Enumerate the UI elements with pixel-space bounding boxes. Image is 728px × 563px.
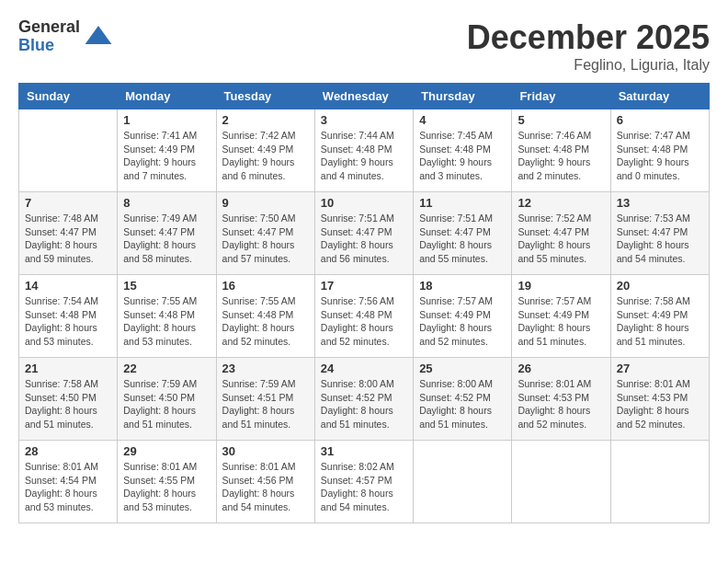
- day-info: Sunrise: 7:47 AMSunset: 4:48 PMDaylight:…: [617, 129, 703, 183]
- day-number: 29: [123, 444, 210, 458]
- day-info: Sunrise: 8:01 AMSunset: 4:55 PMDaylight:…: [123, 460, 210, 514]
- calendar-week-row: 28Sunrise: 8:01 AMSunset: 4:54 PMDayligh…: [19, 441, 710, 523]
- day-number: 22: [123, 362, 210, 375]
- day-number: 3: [321, 113, 407, 127]
- weekday-header-sunday: Sunday: [19, 84, 118, 109]
- calendar-day-cell: [414, 441, 512, 523]
- day-info: Sunrise: 7:58 AMSunset: 4:49 PMDaylight:…: [617, 294, 703, 349]
- day-info: Sunrise: 7:59 AMSunset: 4:50 PMDaylight:…: [123, 377, 210, 431]
- day-number: 5: [518, 113, 604, 127]
- calendar-day-cell: 23Sunrise: 7:59 AMSunset: 4:51 PMDayligh…: [216, 358, 314, 441]
- day-number: 23: [222, 362, 309, 375]
- day-info: Sunrise: 8:02 AMSunset: 4:57 PMDaylight:…: [321, 460, 407, 514]
- month-title: December 2025: [467, 18, 710, 57]
- weekday-header-monday: Monday: [118, 84, 216, 109]
- day-info: Sunrise: 7:55 AMSunset: 4:48 PMDaylight:…: [123, 294, 210, 349]
- day-number: 8: [123, 196, 210, 210]
- calendar-day-cell: 19Sunrise: 7:57 AMSunset: 4:49 PMDayligh…: [512, 275, 610, 358]
- day-info: Sunrise: 7:59 AMSunset: 4:51 PMDaylight:…: [222, 377, 309, 431]
- calendar-day-cell: 22Sunrise: 7:59 AMSunset: 4:50 PMDayligh…: [118, 358, 216, 441]
- day-number: 16: [222, 279, 309, 293]
- calendar-day-cell: 10Sunrise: 7:51 AMSunset: 4:47 PMDayligh…: [314, 192, 413, 275]
- day-number: 4: [419, 113, 506, 127]
- day-number: 12: [518, 196, 604, 210]
- day-number: 2: [222, 113, 309, 127]
- day-number: 24: [321, 362, 407, 375]
- day-info: Sunrise: 7:42 AMSunset: 4:49 PMDaylight:…: [222, 129, 309, 183]
- day-info: Sunrise: 8:00 AMSunset: 4:52 PMDaylight:…: [321, 377, 407, 431]
- day-info: Sunrise: 7:53 AMSunset: 4:47 PMDaylight:…: [617, 212, 703, 266]
- day-info: Sunrise: 8:01 AMSunset: 4:56 PMDaylight:…: [222, 460, 309, 514]
- logo-general: General: [18, 18, 80, 37]
- logo-blue: Blue: [18, 37, 80, 55]
- calendar-day-cell: 30Sunrise: 8:01 AMSunset: 4:56 PMDayligh…: [216, 441, 314, 523]
- day-info: Sunrise: 7:44 AMSunset: 4:48 PMDaylight:…: [321, 129, 407, 183]
- day-number: 27: [617, 362, 703, 375]
- day-info: Sunrise: 7:46 AMSunset: 4:48 PMDaylight:…: [518, 129, 604, 183]
- weekday-header-tuesday: Tuesday: [216, 84, 314, 109]
- day-number: 7: [25, 196, 111, 210]
- day-number: 21: [25, 362, 111, 375]
- weekday-header-saturday: Saturday: [610, 84, 709, 109]
- day-number: 15: [123, 279, 210, 293]
- calendar-day-cell: 27Sunrise: 8:01 AMSunset: 4:53 PMDayligh…: [610, 358, 709, 441]
- calendar-day-cell: 17Sunrise: 7:56 AMSunset: 4:48 PMDayligh…: [314, 275, 413, 358]
- day-info: Sunrise: 7:51 AMSunset: 4:47 PMDaylight:…: [321, 212, 407, 266]
- day-number: 19: [518, 279, 604, 293]
- day-info: Sunrise: 7:56 AMSunset: 4:48 PMDaylight:…: [321, 294, 407, 349]
- weekday-header-wednesday: Wednesday: [314, 84, 413, 109]
- calendar-day-cell: 3Sunrise: 7:44 AMSunset: 4:48 PMDaylight…: [314, 109, 413, 192]
- day-number: 17: [321, 279, 407, 293]
- day-number: 9: [222, 196, 309, 210]
- calendar-day-cell: 24Sunrise: 8:00 AMSunset: 4:52 PMDayligh…: [314, 358, 413, 441]
- calendar-week-row: 7Sunrise: 7:48 AMSunset: 4:47 PMDaylight…: [19, 192, 710, 275]
- day-number: 18: [419, 279, 506, 293]
- calendar-day-cell: 26Sunrise: 8:01 AMSunset: 4:53 PMDayligh…: [512, 358, 610, 441]
- calendar-day-cell: 15Sunrise: 7:55 AMSunset: 4:48 PMDayligh…: [118, 275, 216, 358]
- day-info: Sunrise: 7:51 AMSunset: 4:47 PMDaylight:…: [419, 212, 506, 266]
- calendar-day-cell: 13Sunrise: 7:53 AMSunset: 4:47 PMDayligh…: [610, 192, 709, 275]
- day-info: Sunrise: 7:41 AMSunset: 4:49 PMDaylight:…: [123, 129, 210, 183]
- day-info: Sunrise: 7:49 AMSunset: 4:47 PMDaylight:…: [123, 212, 210, 266]
- day-info: Sunrise: 8:01 AMSunset: 4:53 PMDaylight:…: [617, 377, 703, 431]
- calendar-day-cell: 20Sunrise: 7:58 AMSunset: 4:49 PMDayligh…: [610, 275, 709, 358]
- day-info: Sunrise: 7:50 AMSunset: 4:47 PMDaylight:…: [222, 212, 309, 266]
- page-header: General Blue December 2025 Feglino, Ligu…: [18, 18, 710, 74]
- calendar-day-cell: [19, 109, 118, 192]
- day-number: 31: [321, 444, 407, 458]
- calendar-day-cell: 7Sunrise: 7:48 AMSunset: 4:47 PMDaylight…: [19, 192, 118, 275]
- calendar-day-cell: 2Sunrise: 7:42 AMSunset: 4:49 PMDaylight…: [216, 109, 314, 192]
- calendar-day-cell: 25Sunrise: 8:00 AMSunset: 4:52 PMDayligh…: [414, 358, 512, 441]
- calendar-day-cell: 1Sunrise: 7:41 AMSunset: 4:49 PMDaylight…: [118, 109, 216, 192]
- calendar-day-cell: 21Sunrise: 7:58 AMSunset: 4:50 PMDayligh…: [19, 358, 118, 441]
- logo-icon: [84, 22, 113, 52]
- day-info: Sunrise: 7:57 AMSunset: 4:49 PMDaylight:…: [518, 294, 604, 349]
- day-info: Sunrise: 8:01 AMSunset: 4:54 PMDaylight:…: [25, 460, 111, 514]
- day-info: Sunrise: 7:57 AMSunset: 4:49 PMDaylight:…: [419, 294, 506, 349]
- calendar-day-cell: 9Sunrise: 7:50 AMSunset: 4:47 PMDaylight…: [216, 192, 314, 275]
- weekday-header-row: SundayMondayTuesdayWednesdayThursdayFrid…: [19, 84, 710, 109]
- calendar-table: SundayMondayTuesdayWednesdayThursdayFrid…: [18, 83, 710, 523]
- calendar-day-cell: [610, 441, 709, 523]
- day-number: 14: [25, 279, 111, 293]
- day-number: 28: [25, 444, 111, 458]
- day-number: 6: [617, 113, 703, 127]
- calendar-day-cell: 6Sunrise: 7:47 AMSunset: 4:48 PMDaylight…: [610, 109, 709, 192]
- day-info: Sunrise: 7:54 AMSunset: 4:48 PMDaylight:…: [25, 294, 111, 349]
- calendar-day-cell: 18Sunrise: 7:57 AMSunset: 4:49 PMDayligh…: [414, 275, 512, 358]
- day-info: Sunrise: 7:48 AMSunset: 4:47 PMDaylight:…: [25, 212, 111, 266]
- calendar-day-cell: 14Sunrise: 7:54 AMSunset: 4:48 PMDayligh…: [19, 275, 118, 358]
- location: Feglino, Liguria, Italy: [467, 57, 710, 74]
- calendar-day-cell: 29Sunrise: 8:01 AMSunset: 4:55 PMDayligh…: [118, 441, 216, 523]
- calendar-day-cell: 12Sunrise: 7:52 AMSunset: 4:47 PMDayligh…: [512, 192, 610, 275]
- day-info: Sunrise: 7:52 AMSunset: 4:47 PMDaylight:…: [518, 212, 604, 266]
- calendar-day-cell: 8Sunrise: 7:49 AMSunset: 4:47 PMDaylight…: [118, 192, 216, 275]
- calendar-day-cell: [512, 441, 610, 523]
- calendar-day-cell: 4Sunrise: 7:45 AMSunset: 4:48 PMDaylight…: [414, 109, 512, 192]
- calendar-day-cell: 16Sunrise: 7:55 AMSunset: 4:48 PMDayligh…: [216, 275, 314, 358]
- day-number: 26: [518, 362, 604, 375]
- day-number: 13: [617, 196, 703, 210]
- day-number: 10: [321, 196, 407, 210]
- day-number: 11: [419, 196, 506, 210]
- title-block: December 2025 Feglino, Liguria, Italy: [467, 18, 710, 74]
